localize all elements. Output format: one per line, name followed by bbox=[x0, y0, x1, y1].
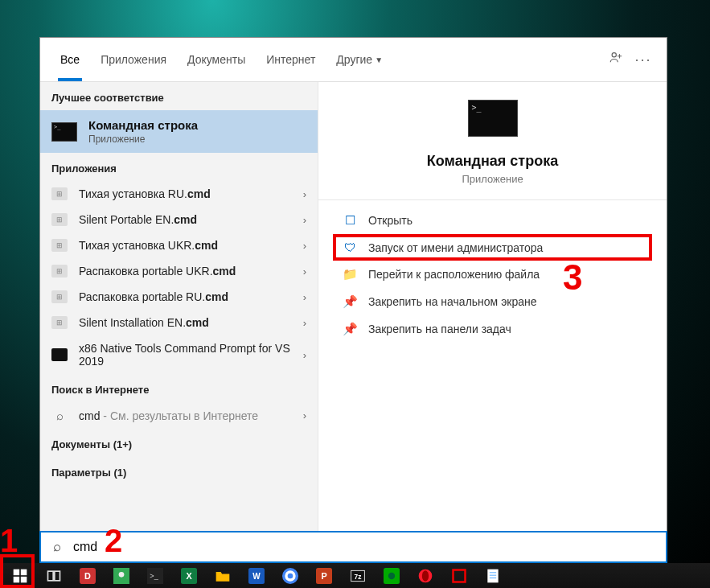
search-content: Лучшее соответствие Командная строка При… bbox=[40, 82, 667, 564]
svg-rect-3 bbox=[14, 576, 20, 582]
pin-icon: 📌 bbox=[341, 294, 359, 309]
section-settings[interactable]: Параметры (1) bbox=[40, 457, 318, 485]
chevron-right-icon: › bbox=[297, 291, 306, 303]
action-open[interactable]: ☐ Открыть bbox=[318, 207, 667, 234]
shield-icon: 🛡 bbox=[341, 241, 359, 254]
search-icon: ⌕ bbox=[41, 539, 73, 555]
svg-point-25 bbox=[388, 572, 395, 578]
svg-text:7z: 7z bbox=[355, 573, 362, 581]
tab-other[interactable]: Другие▼ bbox=[326, 38, 393, 81]
cmd-icon bbox=[468, 100, 518, 137]
script-icon: ⊞ bbox=[51, 265, 68, 278]
chevron-right-icon: › bbox=[297, 409, 306, 421]
svg-point-27 bbox=[422, 570, 429, 581]
more-options-icon[interactable]: ··· bbox=[630, 51, 657, 68]
svg-text:>_: >_ bbox=[150, 571, 158, 579]
best-match-title: Командная строка bbox=[88, 118, 198, 132]
svg-rect-6 bbox=[55, 571, 60, 581]
tab-all[interactable]: Все bbox=[50, 38, 90, 81]
taskbar-powerpoint-icon[interactable]: P bbox=[307, 564, 341, 587]
best-match-item[interactable]: Командная строка Приложение bbox=[40, 110, 318, 153]
chevron-right-icon: › bbox=[297, 349, 306, 361]
taskbar-terminal-icon[interactable]: >_ bbox=[138, 564, 172, 587]
callout-highlight-3: 🛡 Запуск от имени администратора bbox=[333, 234, 652, 261]
taskbar-app-icon[interactable] bbox=[375, 564, 408, 587]
search-icon: ⌕ bbox=[51, 409, 68, 422]
taskbar-app-icon[interactable] bbox=[105, 564, 138, 587]
app-result[interactable]: ⊞ Распаковка portable RU.cmd › bbox=[40, 284, 318, 310]
svg-rect-2 bbox=[21, 569, 27, 575]
taskbar-notepad-icon[interactable] bbox=[476, 564, 510, 587]
script-icon: ⊞ bbox=[51, 239, 68, 252]
svg-text:W: W bbox=[252, 572, 261, 581]
svg-point-0 bbox=[612, 52, 616, 56]
app-result[interactable]: x86 Native Tools Command Prompt for VS 2… bbox=[40, 335, 318, 374]
folder-icon: 📁 bbox=[341, 267, 359, 282]
section-best-match: Лучшее соответствие bbox=[40, 82, 318, 110]
action-pin-start[interactable]: 📌 Закрепить на начальном экране bbox=[318, 288, 667, 315]
action-label: Закрепить на панели задач bbox=[368, 323, 511, 335]
svg-rect-1 bbox=[14, 569, 20, 575]
app-result-label: x86 Native Tools Command Prompt for VS 2… bbox=[79, 342, 297, 368]
script-icon: ⊞ bbox=[51, 213, 68, 226]
app-result[interactable]: ⊞ Распаковка portable UKR.cmd › bbox=[40, 258, 318, 284]
chevron-right-icon: › bbox=[297, 317, 306, 329]
cmd-icon bbox=[51, 122, 77, 142]
script-icon: ⊞ bbox=[51, 187, 68, 200]
taskbar-app-icon[interactable] bbox=[442, 564, 476, 587]
chevron-down-icon: ▼ bbox=[375, 56, 383, 64]
web-search-result[interactable]: ⌕ cmd - См. результаты в Интернете › bbox=[40, 402, 318, 429]
tab-documents[interactable]: Документы bbox=[177, 38, 256, 81]
callout-1: 1 bbox=[0, 523, 18, 559]
task-view-icon[interactable] bbox=[37, 564, 71, 587]
script-icon: ⊞ bbox=[51, 316, 68, 329]
tab-internet[interactable]: Интернет bbox=[256, 38, 326, 81]
taskbar-opera-icon[interactable] bbox=[408, 564, 442, 587]
action-open-location[interactable]: 📁 Перейти к расположению файла bbox=[318, 261, 667, 288]
preview-header: Командная строка Приложение bbox=[318, 82, 667, 199]
section-web: Поиск в Интернете bbox=[40, 374, 318, 402]
app-result[interactable]: ⊞ Тихая установка RU.cmd › bbox=[40, 181, 318, 207]
app-result-label: Распаковка portable UKR.cmd bbox=[79, 265, 297, 278]
chevron-right-icon: › bbox=[297, 188, 306, 200]
app-result-label: Тихая установка UKR.cmd bbox=[79, 239, 297, 252]
action-run-as-admin[interactable]: 🛡 Запуск от имени администратора bbox=[341, 241, 644, 254]
web-search-label: cmd - См. результаты в Интернете bbox=[79, 409, 297, 422]
action-label: Запуск от имени администратора bbox=[368, 241, 543, 254]
app-result-label: Silent Installation EN.cmd bbox=[79, 316, 297, 329]
section-apps: Приложения bbox=[40, 153, 318, 181]
svg-rect-28 bbox=[453, 569, 466, 582]
action-label: Открыть bbox=[368, 214, 412, 227]
svg-rect-29 bbox=[487, 569, 498, 582]
svg-text:P: P bbox=[321, 571, 326, 581]
feedback-icon[interactable] bbox=[602, 51, 630, 69]
tab-apps[interactable]: Приложения bbox=[90, 38, 177, 81]
taskbar-excel-icon[interactable]: X bbox=[172, 564, 206, 587]
taskbar-word-icon[interactable]: W bbox=[240, 564, 273, 587]
taskbar-chrome-icon[interactable] bbox=[273, 564, 307, 587]
search-input-container[interactable]: ⌕ bbox=[39, 531, 667, 563]
action-pin-taskbar[interactable]: 📌 Закрепить на панели задач bbox=[318, 315, 667, 343]
svg-point-10 bbox=[119, 572, 125, 578]
taskbar-app-icon[interactable]: D bbox=[71, 564, 105, 587]
preview-subtitle: Приложение bbox=[318, 173, 667, 185]
search-input[interactable] bbox=[73, 540, 666, 554]
app-result[interactable]: ⊞ Silent Portable EN.cmd › bbox=[40, 207, 318, 232]
app-result[interactable]: ⊞ Silent Installation EN.cmd › bbox=[40, 310, 318, 335]
action-label: Закрепить на начальном экране bbox=[368, 295, 537, 308]
taskbar-7zip-icon[interactable]: 7z bbox=[341, 564, 375, 587]
app-result[interactable]: ⊞ Тихая установка UKR.cmd › bbox=[40, 232, 318, 258]
chevron-right-icon: › bbox=[297, 240, 306, 252]
action-list: ☐ Открыть 🛡 Запуск от имени администрато… bbox=[318, 200, 667, 349]
svg-text:D: D bbox=[84, 571, 91, 581]
taskbar-explorer-icon[interactable] bbox=[206, 564, 240, 587]
terminal-icon bbox=[51, 348, 68, 361]
section-documents[interactable]: Документы (1+) bbox=[40, 429, 318, 457]
taskbar: D >_ X W P 7z bbox=[0, 563, 710, 588]
start-search-panel: Все Приложения Документы Интернет Другие… bbox=[39, 37, 667, 565]
pin-icon: 📌 bbox=[341, 322, 359, 336]
start-button[interactable] bbox=[3, 564, 37, 587]
svg-rect-5 bbox=[48, 571, 54, 581]
best-match-text: Командная строка Приложение bbox=[88, 118, 198, 145]
results-column: Лучшее соответствие Командная строка При… bbox=[40, 82, 318, 564]
